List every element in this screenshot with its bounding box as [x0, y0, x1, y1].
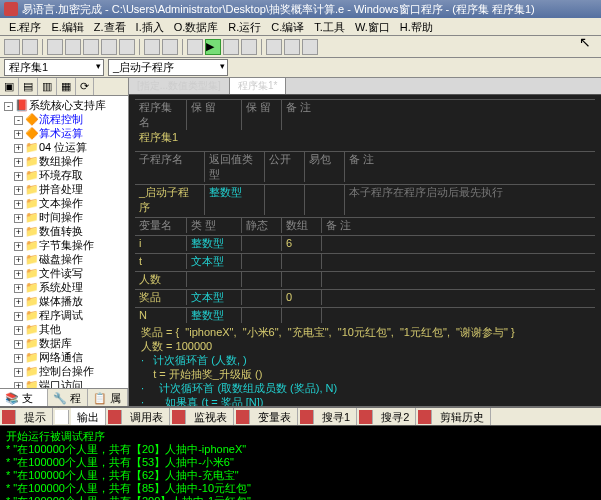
- menu-item[interactable]: I.插入: [131, 18, 169, 35]
- tree-item[interactable]: +📁拼音处理: [2, 182, 126, 196]
- code-line[interactable]: · 计次循环首 (人数, ): [141, 353, 589, 367]
- con-tab[interactable]: 监视表: [188, 408, 234, 425]
- window-title: 易语言.加密完成 - C:\Users\Administrator\Deskto…: [22, 2, 535, 17]
- var-row[interactable]: 奖品文本型0: [135, 289, 595, 305]
- console-line: * "在100000个人里，共有【62】人抽中-充电宝": [6, 469, 595, 482]
- con-tab[interactable]: 剪辑历史: [434, 408, 491, 425]
- left-tab-icon[interactable]: ▦: [57, 78, 76, 95]
- tree-item[interactable]: +📁文件读写: [2, 266, 126, 280]
- code-line[interactable]: · 计次循环首 (取数组成员数 (奖品), N): [141, 381, 589, 395]
- code-area[interactable]: 程序集名 保 留 保 留 备 注 程序集1 子程序名 返回值类型 公开 易包 备…: [129, 95, 601, 406]
- separator: [261, 39, 262, 55]
- toolbar-button[interactable]: [144, 39, 160, 55]
- subprog-combo[interactable]: _启动子程序: [108, 59, 228, 76]
- left-tab-icon[interactable]: ▤: [19, 78, 38, 95]
- menu-item[interactable]: W.窗口: [350, 18, 395, 35]
- tree-item[interactable]: +📁04 位运算: [2, 140, 126, 154]
- toolbar-button[interactable]: [284, 39, 300, 55]
- toolbar-button[interactable]: [266, 39, 282, 55]
- toolbar-button[interactable]: [187, 39, 203, 55]
- tree-item[interactable]: +📁时间操作: [2, 210, 126, 224]
- toolbar-button[interactable]: [4, 39, 20, 55]
- var-row[interactable]: t文本型: [135, 253, 595, 269]
- watch-icon[interactable]: [172, 410, 186, 424]
- output-icon[interactable]: [55, 410, 69, 424]
- var-row[interactable]: 人数: [135, 271, 595, 287]
- console-line: * "在100000个人里，共有【85】人抽中-10元红包": [6, 482, 595, 495]
- tab-props[interactable]: 📋 属性: [88, 389, 128, 406]
- tree-item[interactable]: +📁其他: [2, 322, 126, 336]
- hdr: 保 留: [242, 100, 282, 130]
- info-icon[interactable]: [2, 410, 16, 424]
- paste-icon[interactable]: [83, 39, 99, 55]
- search-icon[interactable]: [300, 410, 314, 424]
- toolbar-button[interactable]: [101, 39, 117, 55]
- search-icon[interactable]: [359, 410, 373, 424]
- menu-item[interactable]: O.数据库: [169, 18, 224, 35]
- var-row[interactable]: N整数型: [135, 307, 595, 323]
- menu-item[interactable]: E.编辑: [46, 18, 88, 35]
- stop-icon[interactable]: [223, 39, 239, 55]
- tree-item[interactable]: +📁数组操作: [2, 154, 126, 168]
- run-icon[interactable]: ▶: [205, 39, 221, 55]
- tree-item[interactable]: +📁网络通信: [2, 350, 126, 364]
- menu-item[interactable]: T.工具: [309, 18, 350, 35]
- toolbar-button[interactable]: [302, 39, 318, 55]
- tab-support[interactable]: 📚 支持库: [0, 389, 48, 406]
- con-tab[interactable]: 搜寻2: [375, 408, 416, 425]
- console-output[interactable]: 开始运行被调试程序* "在100000个人里，共有【20】人抽中-iphoneX…: [0, 426, 601, 500]
- hdr: 静态: [242, 218, 282, 233]
- tree-item[interactable]: +📁字节集操作: [2, 238, 126, 252]
- con-tab[interactable]: 搜寻1: [316, 408, 357, 425]
- code-line[interactable]: 人数 = 100000: [141, 339, 589, 353]
- toolbar-button[interactable]: [162, 39, 178, 55]
- hdr: 公开: [265, 152, 305, 182]
- tree-item[interactable]: +📁程序调试: [2, 308, 126, 322]
- hdr: 保 留: [187, 100, 242, 130]
- separator: [42, 39, 43, 55]
- tree-item[interactable]: +📁环境存取: [2, 168, 126, 182]
- con-tab[interactable]: 调用表: [124, 408, 170, 425]
- toolbar-button[interactable]: [119, 39, 135, 55]
- progset-combo[interactable]: 程序集1: [4, 59, 104, 76]
- code-line[interactable]: 奖品 = { "iphoneX", "小米6", "充电宝", "10元红包",…: [141, 325, 589, 339]
- pause-icon[interactable]: [241, 39, 257, 55]
- tab-program[interactable]: 🔧 程序: [48, 389, 88, 406]
- tree-item[interactable]: +📁媒体播放: [2, 294, 126, 308]
- sub-name: _启动子程序: [135, 185, 205, 215]
- left-tab-icon[interactable]: ▥: [38, 78, 57, 95]
- copy-icon[interactable]: [65, 39, 81, 55]
- menu-item[interactable]: C.编译: [266, 18, 309, 35]
- tree-item[interactable]: +📁文本操作: [2, 196, 126, 210]
- tree-item[interactable]: +📁数据库: [2, 336, 126, 350]
- con-tab[interactable]: 输出: [71, 408, 106, 425]
- tree-item[interactable]: +📁系统处理: [2, 280, 126, 294]
- code-line[interactable]: · 如果真 (t = 奖品 [N]): [141, 395, 589, 406]
- call-icon[interactable]: [108, 410, 122, 424]
- console-tabs: 提示 输出 调用表 监视表 变量表 搜寻1 搜寻2 剪辑历史: [0, 408, 601, 426]
- tree-item[interactable]: +📁数值转换: [2, 224, 126, 238]
- cut-icon[interactable]: [47, 39, 63, 55]
- toolbar-button[interactable]: [22, 39, 38, 55]
- con-tab[interactable]: 变量表: [252, 408, 298, 425]
- tree-item[interactable]: +📁控制台操作: [2, 364, 126, 378]
- clip-icon[interactable]: [418, 410, 432, 424]
- menu-item[interactable]: E.程序: [4, 18, 46, 35]
- menu-item[interactable]: Z.查看: [89, 18, 131, 35]
- tree[interactable]: -📕系统核心支持库 -🔶流程控制 +🔶算术运算 +📁04 位运算+📁数组操作+📁…: [0, 96, 128, 388]
- menu-item[interactable]: H.帮助: [395, 18, 438, 35]
- tree-item[interactable]: +📁磁盘操作: [2, 252, 126, 266]
- con-tab[interactable]: 提示: [18, 408, 53, 425]
- menu-item[interactable]: R.运行: [223, 18, 266, 35]
- left-tab-icon[interactable]: ⟳: [76, 78, 94, 95]
- left-panel: ▣ ▤ ▥ ▦ ⟳ -📕系统核心支持库 -🔶流程控制 +🔶算术运算 +📁04 位…: [0, 78, 129, 406]
- tree-item[interactable]: +📁端口访问: [2, 378, 126, 388]
- var-row[interactable]: i整数型6: [135, 235, 595, 251]
- code-tab[interactable]: 程序集1*: [230, 78, 286, 94]
- separator: [139, 39, 140, 55]
- sub-type: 整数型: [205, 185, 265, 215]
- code-line[interactable]: t = 开始抽奖_升级版 (): [141, 367, 589, 381]
- code-tab[interactable]: [指定...数值类型集]: [129, 78, 230, 94]
- vars-icon[interactable]: [236, 410, 250, 424]
- left-tab-icon[interactable]: ▣: [0, 78, 19, 95]
